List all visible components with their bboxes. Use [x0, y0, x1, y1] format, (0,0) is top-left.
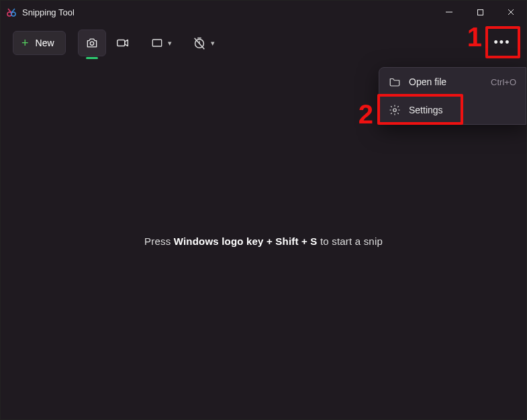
- window-title: Snipping Tool: [22, 7, 75, 17]
- hint-keys: Windows logo key + Shift + S: [174, 235, 318, 247]
- svg-rect-10: [152, 40, 161, 46]
- menu-open-file-shortcut: Ctrl+O: [491, 77, 516, 87]
- hint-text: Press Windows logo key + Shift + S to st…: [144, 235, 383, 247]
- menu-open-file-label: Open file: [409, 76, 446, 87]
- toolbar: + New ▾: [1, 23, 526, 62]
- new-snip-button[interactable]: + New: [13, 31, 66, 55]
- title-bar: Snipping Tool: [1, 1, 526, 23]
- folder-icon: [389, 76, 401, 88]
- svg-point-8: [90, 42, 93, 45]
- close-button[interactable]: [495, 1, 526, 23]
- svg-rect-5: [477, 9, 483, 15]
- menu-settings-label: Settings: [409, 105, 443, 115]
- chevron-down-icon: ▾: [168, 39, 172, 48]
- snipping-tool-window: Snipping Tool + New: [0, 0, 527, 420]
- svg-rect-9: [117, 40, 124, 46]
- chevron-down-icon: ▾: [211, 39, 215, 48]
- menu-item-settings[interactable]: Settings: [379, 96, 526, 124]
- svg-point-15: [393, 109, 397, 112]
- capture-mode-group: [78, 30, 134, 56]
- more-options-button[interactable]: •••: [489, 30, 516, 54]
- delay-dropdown[interactable]: ▾: [188, 31, 219, 55]
- hint-prefix: Press: [144, 235, 174, 247]
- app-icon: [6, 7, 17, 17]
- snip-shape-dropdown[interactable]: ▾: [146, 31, 176, 55]
- video-icon: [115, 36, 130, 50]
- minimize-button[interactable]: [434, 1, 465, 23]
- rectangle-icon: [150, 36, 164, 50]
- no-delay-icon: [192, 36, 207, 50]
- gear-icon: [389, 104, 401, 116]
- camera-icon: [85, 36, 99, 50]
- annotation-number-1: 1: [467, 22, 482, 52]
- new-button-label: New: [36, 38, 54, 48]
- hint-suffix: to start a snip: [318, 235, 383, 247]
- more-options-menu: Open file Ctrl+O Settings: [379, 67, 526, 125]
- menu-item-open-file[interactable]: Open file Ctrl+O: [379, 68, 526, 96]
- maximize-button[interactable]: [465, 1, 495, 23]
- window-controls: [434, 1, 526, 23]
- ellipsis-icon: •••: [494, 36, 511, 50]
- plus-icon: +: [21, 37, 29, 49]
- photo-mode-button[interactable]: [78, 30, 106, 56]
- video-mode-button[interactable]: [111, 31, 134, 55]
